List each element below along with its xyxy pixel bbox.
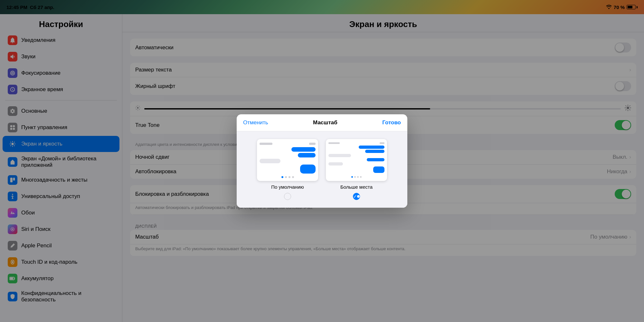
more-label: Больше места (340, 184, 373, 190)
scale-option-default[interactable]: По умолчанию (257, 139, 318, 200)
scale-option-more[interactable]: Больше места ✓ (326, 139, 387, 200)
scale-preview-more (326, 139, 387, 181)
modal-done-button[interactable]: Готово (382, 119, 401, 126)
modal-cancel-button[interactable]: Отменить (243, 119, 268, 126)
modal-title: Масштаб (313, 119, 337, 126)
scale-modal: Отменить Масштаб Готово (237, 114, 407, 208)
more-radio-check: ✓ (353, 194, 357, 199)
more-radio[interactable]: ✓ (353, 193, 360, 200)
default-radio[interactable] (284, 193, 291, 200)
scale-preview-default (257, 139, 318, 181)
default-label: По умолчанию (271, 184, 304, 190)
modal-backdrop[interactable]: Отменить Масштаб Готово (0, 0, 644, 322)
modal-header: Отменить Масштаб Готово (237, 114, 407, 131)
modal-body: По умолчанию (237, 131, 407, 208)
